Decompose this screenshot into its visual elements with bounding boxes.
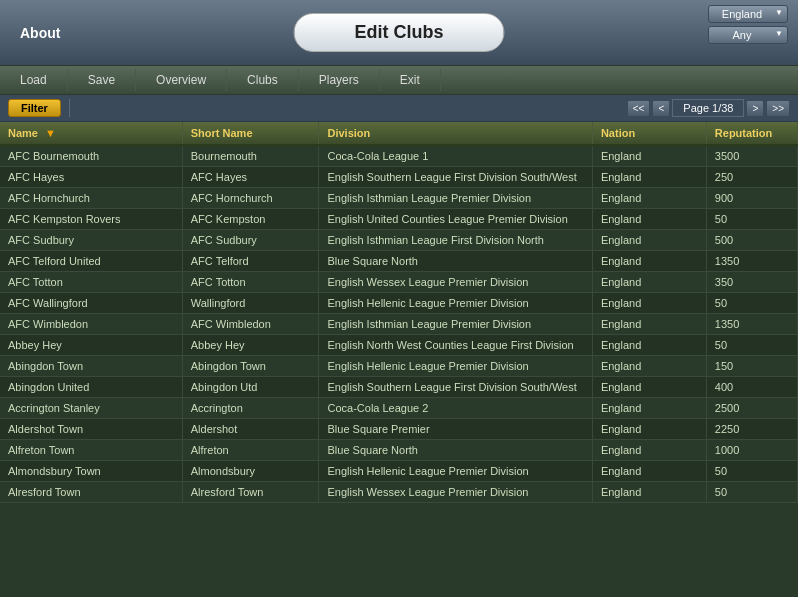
cell-nation: England: [592, 293, 706, 314]
cell-rep: 500: [706, 230, 797, 251]
cell-rep: 50: [706, 293, 797, 314]
cell-short: Abingdon Utd: [182, 377, 319, 398]
cell-division: English Isthmian League Premier Division: [319, 188, 592, 209]
nav-clubs[interactable]: Clubs: [227, 69, 299, 91]
cell-short: Alresford Town: [182, 482, 319, 503]
table-row[interactable]: Alresford Town Alresford Town English We…: [0, 482, 798, 503]
col-header-nation[interactable]: Nation: [592, 122, 706, 145]
table-row[interactable]: Almondsbury Town Almondsbury English Hel…: [0, 461, 798, 482]
top-bar: About Edit Clubs England Any: [0, 0, 798, 65]
cell-name: Abingdon United: [0, 377, 182, 398]
main-content: Filter << < Page 1/38 > >> Name ▼ Short …: [0, 95, 798, 597]
cell-nation: England: [592, 188, 706, 209]
cell-nation: England: [592, 167, 706, 188]
nav-save[interactable]: Save: [68, 69, 136, 91]
table-row[interactable]: Abbey Hey Abbey Hey English North West C…: [0, 335, 798, 356]
table-row[interactable]: Aldershot Town Aldershot Blue Square Pre…: [0, 419, 798, 440]
country-dropdown[interactable]: England: [708, 5, 788, 23]
cell-name: Almondsbury Town: [0, 461, 182, 482]
cell-short: AFC Wimbledon: [182, 314, 319, 335]
nav-load[interactable]: Load: [0, 69, 68, 91]
cell-rep: 350: [706, 272, 797, 293]
table-body: AFC Bournemouth Bournemouth Coca-Cola Le…: [0, 145, 798, 503]
cell-nation: England: [592, 314, 706, 335]
page-last-button[interactable]: >>: [766, 100, 790, 117]
table-row[interactable]: AFC Hornchurch AFC Hornchurch English Is…: [0, 188, 798, 209]
cell-name: AFC Bournemouth: [0, 145, 182, 167]
table-row[interactable]: AFC Telford United AFC Telford Blue Squa…: [0, 251, 798, 272]
cell-short: Bournemouth: [182, 145, 319, 167]
page-first-button[interactable]: <<: [627, 100, 651, 117]
filter-bar: Filter << < Page 1/38 > >>: [0, 95, 798, 122]
cell-name: Accrington Stanley: [0, 398, 182, 419]
cell-name: AFC Sudbury: [0, 230, 182, 251]
cell-rep: 150: [706, 356, 797, 377]
nav-overview[interactable]: Overview: [136, 69, 227, 91]
cell-rep: 50: [706, 461, 797, 482]
cell-nation: England: [592, 251, 706, 272]
table-row[interactable]: Abingdon Town Abingdon Town English Hell…: [0, 356, 798, 377]
cell-nation: England: [592, 145, 706, 167]
cell-division: English Wessex League Premier Division: [319, 272, 592, 293]
cell-name: AFC Wallingford: [0, 293, 182, 314]
page-prev-button[interactable]: <: [652, 100, 670, 117]
col-header-division[interactable]: Division: [319, 122, 592, 145]
table-row[interactable]: AFC Kempston Rovers AFC Kempston English…: [0, 209, 798, 230]
nav-players[interactable]: Players: [299, 69, 380, 91]
cell-name: AFC Hayes: [0, 167, 182, 188]
cell-division: English Isthmian League First Division N…: [319, 230, 592, 251]
cell-rep: 2250: [706, 419, 797, 440]
cell-division: English Hellenic League Premier Division: [319, 461, 592, 482]
table-row[interactable]: AFC Totton AFC Totton English Wessex Lea…: [0, 272, 798, 293]
cell-short: Alfreton: [182, 440, 319, 461]
cell-division: English North West Counties League First…: [319, 335, 592, 356]
cell-division: English United Counties League Premier D…: [319, 209, 592, 230]
col-header-name[interactable]: Name ▼: [0, 122, 182, 145]
cell-rep: 50: [706, 209, 797, 230]
table-row[interactable]: AFC Sudbury AFC Sudbury English Isthmian…: [0, 230, 798, 251]
cell-rep: 1000: [706, 440, 797, 461]
table-row[interactable]: Alfreton Town Alfreton Blue Square North…: [0, 440, 798, 461]
col-header-short[interactable]: Short Name: [182, 122, 319, 145]
cell-rep: 3500: [706, 145, 797, 167]
cell-nation: England: [592, 356, 706, 377]
cell-short: AFC Totton: [182, 272, 319, 293]
cell-nation: England: [592, 230, 706, 251]
filter-button[interactable]: Filter: [8, 99, 61, 117]
table-row[interactable]: AFC Wallingford Wallingford English Hell…: [0, 293, 798, 314]
nav-exit[interactable]: Exit: [380, 69, 441, 91]
col-header-rep[interactable]: Reputation: [706, 122, 797, 145]
cell-division: Coca-Cola League 1: [319, 145, 592, 167]
table-row[interactable]: AFC Hayes AFC Hayes English Southern Lea…: [0, 167, 798, 188]
page-next-button[interactable]: >: [746, 100, 764, 117]
cell-nation: England: [592, 335, 706, 356]
page-title: Edit Clubs: [294, 13, 505, 52]
cell-short: Abbey Hey: [182, 335, 319, 356]
cell-name: AFC Hornchurch: [0, 188, 182, 209]
cell-name: Alfreton Town: [0, 440, 182, 461]
about-button[interactable]: About: [10, 21, 70, 45]
cell-name: AFC Kempston Rovers: [0, 209, 182, 230]
cell-division: English Wessex League Premier Division: [319, 482, 592, 503]
type-dropdown[interactable]: Any: [708, 26, 788, 44]
top-right-controls: England Any: [708, 5, 788, 44]
cell-name: Abingdon Town: [0, 356, 182, 377]
table-row[interactable]: AFC Wimbledon AFC Wimbledon English Isth…: [0, 314, 798, 335]
cell-division: English Southern League First Division S…: [319, 377, 592, 398]
cell-short: AFC Sudbury: [182, 230, 319, 251]
cell-nation: England: [592, 419, 706, 440]
table-row[interactable]: Abingdon United Abingdon Utd English Sou…: [0, 377, 798, 398]
cell-nation: England: [592, 209, 706, 230]
cell-rep: 250: [706, 167, 797, 188]
table-header-row: Name ▼ Short Name Division Nation Reputa…: [0, 122, 798, 145]
filter-separator: [69, 99, 70, 117]
table-row[interactable]: Accrington Stanley Accrington Coca-Cola …: [0, 398, 798, 419]
cell-division: English Hellenic League Premier Division: [319, 293, 592, 314]
cell-short: AFC Hayes: [182, 167, 319, 188]
cell-name: AFC Totton: [0, 272, 182, 293]
table-row[interactable]: AFC Bournemouth Bournemouth Coca-Cola Le…: [0, 145, 798, 167]
cell-rep: 400: [706, 377, 797, 398]
cell-nation: England: [592, 377, 706, 398]
cell-nation: England: [592, 482, 706, 503]
cell-division: Blue Square North: [319, 251, 592, 272]
